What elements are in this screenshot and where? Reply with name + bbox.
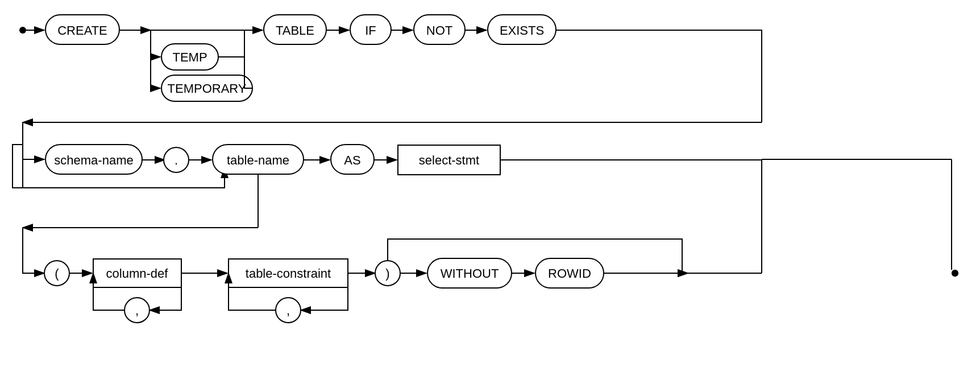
svg-text:table-name: table-name: [227, 153, 289, 167]
svg-text:CREATE: CREATE: [57, 23, 107, 38]
svg-text:,: ,: [135, 303, 139, 318]
node-if: IF: [350, 15, 391, 44]
arrow-to-temporary: [151, 30, 160, 88]
svg-text:schema-name: schema-name: [54, 153, 133, 167]
svg-text:(: (: [55, 266, 59, 281]
arrow-skip-without-end: [682, 262, 688, 273]
node-table: TABLE: [264, 15, 326, 44]
node-comma2: ,: [276, 298, 301, 323]
svg-text:select-stmt: select-stmt: [419, 153, 479, 167]
svg-text:ROWID: ROWID: [548, 266, 591, 281]
bracket-left: [13, 145, 23, 188]
arrow-row3-entry: [23, 228, 44, 273]
arrow-temp-merge: [218, 30, 244, 57]
node-without: WITHOUT: [427, 258, 512, 288]
svg-text:EXISTS: EXISTS: [500, 23, 544, 38]
svg-text:): ): [385, 266, 389, 281]
arrow-to-temp: [151, 30, 160, 57]
svg-text:TEMPORARY: TEMPORARY: [168, 81, 247, 96]
line-skip-without: [388, 239, 682, 262]
svg-text:.: .: [175, 153, 178, 167]
node-comma1: ,: [124, 298, 150, 323]
svg-text:TABLE: TABLE: [276, 23, 314, 38]
node-rowid: ROWID: [535, 258, 604, 288]
node-lparen: (: [44, 261, 69, 286]
node-rparen: ): [375, 261, 400, 286]
node-schema-name: schema-name: [45, 145, 142, 174]
line-loop-top: [556, 30, 762, 122]
svg-text:IF: IF: [365, 23, 376, 38]
svg-text:table-constraint: table-constraint: [246, 266, 331, 281]
node-column-def: column-def: [93, 259, 181, 287]
start-dot: [19, 27, 26, 34]
end-dot-2: [952, 270, 958, 277]
node-table-name: table-name: [213, 145, 304, 174]
node-as: AS: [331, 145, 374, 174]
arrow-row2-entry: [23, 122, 44, 159]
svg-text:AS: AS: [344, 153, 360, 167]
node-table-constraint: table-constraint: [229, 259, 348, 287]
svg-text:column-def: column-def: [106, 266, 169, 281]
node-exists: EXISTS: [488, 15, 556, 44]
svg-text:,: ,: [286, 303, 290, 318]
svg-text:WITHOUT: WITHOUT: [441, 266, 499, 281]
node-create: CREATE: [45, 15, 119, 44]
svg-text:TEMP: TEMP: [172, 50, 207, 64]
node-dot: .: [164, 147, 189, 172]
node-select-stmt: select-stmt: [398, 145, 500, 175]
node-temporary: TEMPORARY: [161, 75, 252, 101]
node-temp: TEMP: [161, 44, 218, 70]
node-not: NOT: [414, 15, 465, 44]
svg-text:NOT: NOT: [426, 23, 452, 38]
